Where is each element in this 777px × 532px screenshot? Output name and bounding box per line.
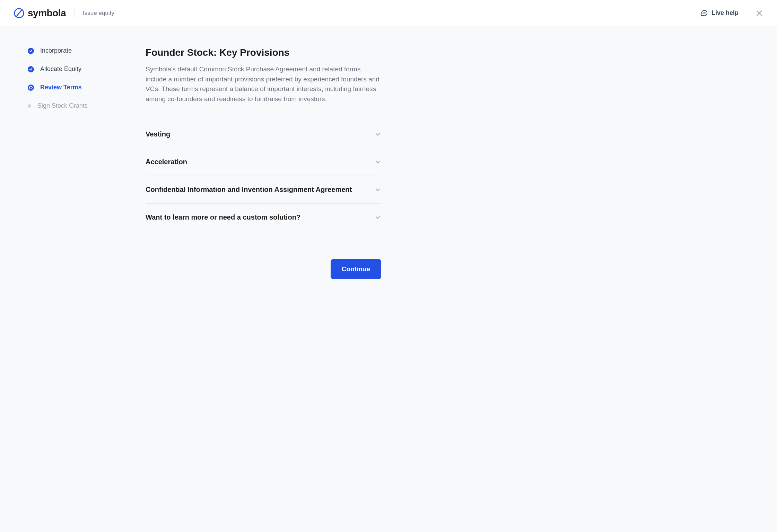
page-title: Founder Stock: Key Provisions [146,47,381,58]
accordion-title: Want to learn more or need a custom solu… [146,213,300,221]
svg-point-3 [705,12,705,13]
chevron-down-icon [374,159,381,166]
brand-name: symbola [28,8,66,19]
accordion-vesting[interactable]: Vesting [146,121,381,148]
step-indicator-active [28,85,34,91]
live-help-button[interactable]: Live help [700,9,739,17]
step-review-terms[interactable]: Review Terms [28,84,118,91]
step-label: Sign Stock Grants [37,102,88,109]
accordion-learn-more[interactable]: Want to learn more or need a custom solu… [146,204,381,231]
step-indicator-pending [28,104,31,108]
page-description: Symbola's default Common Stock Purchase … [146,64,381,104]
svg-point-2 [704,12,704,13]
chevron-down-icon [374,131,381,138]
step-indicator-completed [28,66,34,72]
chevron-down-icon [374,186,381,193]
footer-actions: Continue [146,259,381,279]
svg-point-1 [703,12,704,13]
content: Founder Stock: Key Provisions Symbola's … [146,47,381,279]
step-label: Review Terms [40,84,82,91]
header-divider [747,8,747,18]
accordion-ciia[interactable]: Confidential Information and Invention A… [146,176,381,204]
step-sidebar: Incorporate Allocate Equity Review Terms… [28,47,118,279]
close-icon [756,9,763,17]
close-button[interactable] [756,9,763,17]
continue-button[interactable]: Continue [331,259,381,279]
accordion-acceleration[interactable]: Acceleration [146,148,381,176]
svg-line-0 [17,10,22,16]
app-header: symbola Issue equity Live help [0,0,777,26]
brand-logo[interactable]: symbola [14,8,66,19]
header-right: Live help [700,8,763,18]
step-label: Allocate Equity [40,65,81,73]
step-indicator-completed [28,48,34,54]
step-label: Incorporate [40,47,72,54]
header-left: symbola Issue equity [14,8,114,19]
live-help-label: Live help [711,9,739,17]
step-sign-stock-grants[interactable]: Sign Stock Grants [28,102,118,109]
check-icon [29,49,33,53]
header-context: Issue equity [83,10,114,17]
accordion-title: Vesting [146,130,170,138]
main: Incorporate Allocate Equity Review Terms… [0,26,457,300]
step-allocate-equity[interactable]: Allocate Equity [28,65,118,73]
chat-icon [700,9,708,17]
check-icon [29,68,33,71]
symbola-logo-icon [14,8,24,18]
accordion-title: Acceleration [146,158,187,166]
chevron-down-icon [374,214,381,221]
accordion-title: Confidential Information and Invention A… [146,186,352,194]
step-incorporate[interactable]: Incorporate [28,47,118,54]
header-divider [74,8,75,18]
